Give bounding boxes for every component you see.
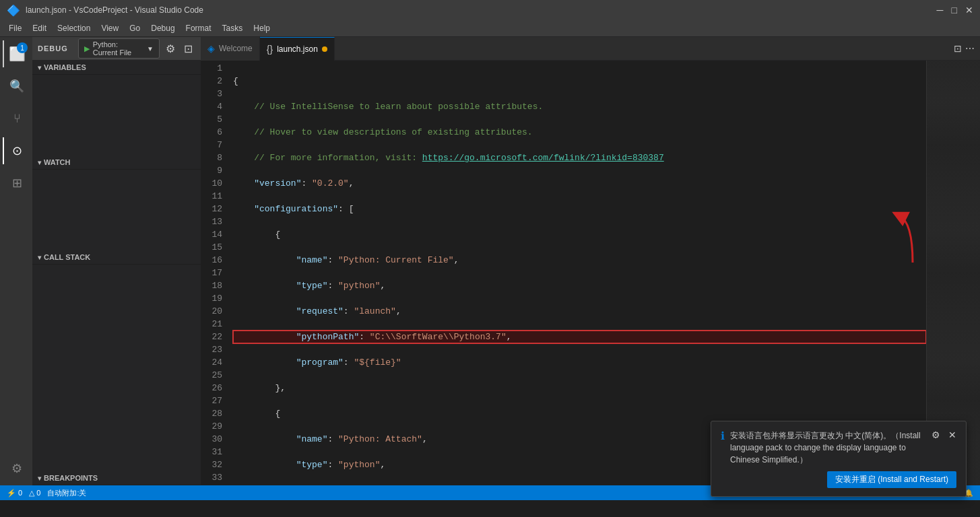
launch-json-tab-label: launch.json	[277, 44, 318, 54]
chevron-down-icon: ▼	[147, 45, 154, 53]
variables-section: ▾ VARIABLES	[32, 61, 201, 75]
debug-toolbar: DEBUG ▶ Python: Current File ▼ ⚙ ⊡	[32, 37, 201, 61]
search-nav[interactable]: 🔍	[3, 73, 30, 100]
call-stack-header[interactable]: ▾ CALL STACK	[32, 250, 201, 264]
badge: 1	[17, 42, 28, 53]
close-button[interactable]: ✕	[965, 5, 973, 15]
modified-indicator	[322, 46, 327, 52]
notification-actions: 安装并重启 (Install and Restart)	[721, 471, 956, 488]
source-control-nav[interactable]: ⑂	[3, 105, 30, 132]
extensions-nav[interactable]: ⊞	[3, 170, 30, 197]
menu-debug[interactable]: Debug	[145, 22, 180, 34]
auto-attach[interactable]: 自动附加:关	[47, 488, 86, 498]
line-numbers: 1234 5678 9101112 13141516 17181920 2122…	[201, 61, 228, 485]
breakpoints-section: ▾ BREAKPOINTS	[32, 471, 201, 485]
watch-label: WATCH	[44, 158, 71, 166]
menu-tasks[interactable]: Tasks	[217, 22, 249, 34]
menu-edit[interactable]: Edit	[27, 22, 52, 34]
extensions-icon: ⊞	[12, 176, 22, 191]
menu-bar: File Edit Selection View Go Debug Format…	[0, 20, 980, 37]
notification-header: ℹ 安装语言包并将显示语言更改为 中文(简体)。（Install languag…	[721, 429, 956, 466]
activity-bar: ⬜ 1 🔍 ⑂ ⊙ ⊞ ⚙	[0, 37, 32, 485]
main-content: ⬜ 1 🔍 ⑂ ⊙ ⊞ ⚙	[0, 37, 980, 485]
search-icon: 🔍	[9, 79, 24, 94]
status-left: ⚡ 0 △ 0 自动附加:关	[7, 488, 86, 498]
watch-section: ▾ WATCH	[32, 156, 201, 170]
maximize-button[interactable]: □	[952, 5, 957, 15]
welcome-tab-label: Welcome	[219, 44, 253, 53]
install-restart-button[interactable]: 安装并重启 (Install and Restart)	[827, 471, 956, 488]
variables-label: VARIABLES	[44, 63, 86, 71]
notification-gear-icon[interactable]: ⚙	[932, 429, 940, 440]
settings-nav[interactable]: ⚙	[3, 455, 30, 482]
debug-icon: ⊙	[12, 143, 22, 158]
debug-gear-icon[interactable]: ⚙	[163, 41, 178, 57]
watch-header[interactable]: ▾ WATCH	[32, 156, 201, 169]
notification-info-icon: ℹ	[721, 429, 725, 442]
gear-icon: ⚙	[11, 461, 22, 476]
debug-run-button[interactable]: ▶ Python: Current File ▼	[78, 38, 160, 59]
breakpoints-header[interactable]: ▾ BREAKPOINTS	[32, 471, 201, 485]
welcome-tab-icon: ◈	[207, 43, 215, 54]
tab-launch-json[interactable]: {} launch.json	[260, 37, 335, 61]
variables-arrow: ▾	[38, 64, 41, 71]
tab-bar: ◈ Welcome {} launch.json ⊡ ⋯	[201, 37, 980, 61]
debug-split-icon[interactable]: ⊡	[181, 41, 195, 57]
warning-count[interactable]: △ 0	[29, 489, 40, 497]
menu-format[interactable]: Format	[181, 22, 217, 34]
menu-go[interactable]: Go	[124, 22, 145, 34]
debug-label: DEBUG	[38, 44, 75, 53]
minimize-button[interactable]: ─	[937, 5, 944, 15]
tab-area-actions: ⊡ ⋯	[954, 43, 980, 54]
tab-welcome[interactable]: ◈ Welcome	[201, 37, 260, 61]
debug-sidebar: DEBUG ▶ Python: Current File ▼ ⚙ ⊡ ▾ VAR…	[32, 37, 201, 485]
variables-header[interactable]: ▾ VARIABLES	[32, 61, 201, 74]
play-icon: ▶	[84, 44, 90, 53]
menu-selection[interactable]: Selection	[52, 22, 96, 34]
menu-file[interactable]: File	[3, 22, 27, 34]
window-title: launch.json - VsCodeProject - Visual Stu…	[26, 5, 203, 15]
call-stack-arrow: ▾	[38, 254, 41, 261]
source-control-icon: ⑂	[13, 112, 21, 126]
title-bar: 🔷 launch.json - VsCodeProject - Visual S…	[0, 0, 980, 20]
editor-area: ◈ Welcome {} launch.json ⊡ ⋯ 1234 5678 9…	[201, 37, 980, 485]
menu-view[interactable]: View	[96, 22, 124, 34]
notification-popup: ℹ 安装语言包并将显示语言更改为 中文(简体)。（Install languag…	[711, 421, 967, 497]
debug-nav[interactable]: ⊙	[3, 137, 30, 164]
breakpoints-label: BREAKPOINTS	[44, 474, 98, 482]
split-editor-icon[interactable]: ⊡	[954, 43, 962, 54]
vscode-logo: 🔷	[7, 4, 20, 17]
menu-help[interactable]: Help	[248, 22, 275, 34]
call-stack-section: ▾ CALL STACK	[32, 250, 201, 265]
watch-arrow: ▾	[38, 159, 41, 166]
more-actions-icon[interactable]: ⋯	[965, 43, 975, 54]
debug-config-name: Python: Current File	[93, 40, 143, 57]
explorer-nav[interactable]: ⬜ 1	[3, 40, 30, 67]
breakpoints-arrow: ▾	[38, 475, 41, 482]
notification-text: 安装语言包并将显示语言更改为 中文(简体)。（Install language …	[730, 429, 926, 466]
call-stack-label: CALL STACK	[44, 253, 90, 261]
window-controls: ─ □ ✕	[937, 5, 973, 15]
notification-close-button[interactable]: ✕	[948, 429, 956, 440]
error-count[interactable]: ⚡ 0	[7, 489, 22, 497]
json-tab-icon: {}	[267, 44, 273, 55]
